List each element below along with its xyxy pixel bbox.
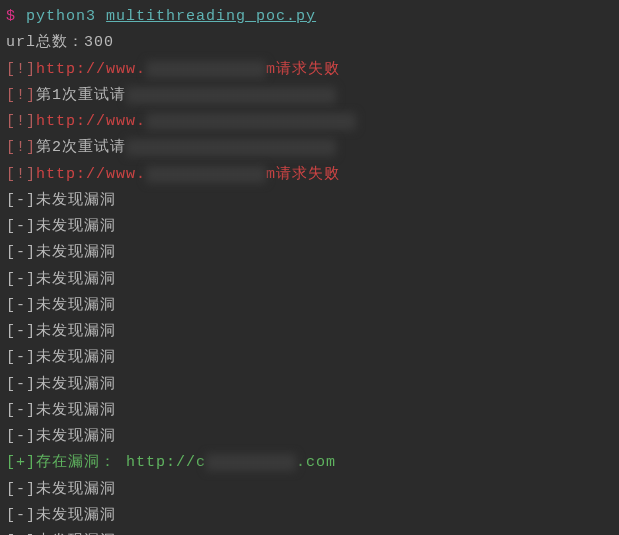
- vuln-found-line: [+]存在漏洞： http://cxxxxxxxxx.com: [6, 450, 613, 476]
- neutral-bracket: [-]: [6, 428, 36, 445]
- neutral-bracket: [-]: [6, 349, 36, 366]
- vuln-url-prefix: http://c: [116, 454, 206, 471]
- error-bracket: [!]: [6, 166, 36, 183]
- novuln-text: 未发现漏洞: [36, 244, 116, 261]
- neutral-bracket: [-]: [6, 192, 36, 209]
- novuln-text: 未发现漏洞: [36, 349, 116, 366]
- neutral-bracket: [-]: [6, 402, 36, 419]
- retry-text: 第1次重试请: [36, 87, 126, 104]
- novuln-line: [-]未发现漏洞: [6, 293, 613, 319]
- novuln-line: [-]未发现漏洞: [6, 188, 613, 214]
- novuln-text: 未发现漏洞: [36, 507, 116, 524]
- url-count-value: 300: [84, 34, 114, 51]
- error-bracket: [!]: [6, 87, 36, 104]
- error-bracket: [!]: [6, 61, 36, 78]
- prompt-line: $ python3 multithreading_poc.py: [6, 4, 613, 30]
- neutral-bracket: [-]: [6, 218, 36, 235]
- retry-text: 第2次重试请: [36, 139, 126, 156]
- neutral-bracket: [-]: [6, 244, 36, 261]
- novuln-text: 未发现漏洞: [36, 271, 116, 288]
- error-line: [!]http://www.xxxxxxxxxxxxm请求失败: [6, 162, 613, 188]
- url-count-label: url总数：: [6, 34, 84, 51]
- prompt-command: python3 multithreading_poc.py: [16, 8, 316, 25]
- neutral-bracket: [-]: [6, 323, 36, 340]
- error-line: [!]http://www.xxxxxxxxxxxxxxxxxxxxm: [6, 109, 613, 135]
- redacted-text: xxxxxxxxxxxxxxxxxxxxm: [146, 113, 356, 130]
- error-url-prefix: http://www.: [36, 61, 146, 78]
- retry-line: [!]第1次重试请xxxxxxxxxxxxxxxxxxxxx: [6, 83, 613, 109]
- novuln-line: [-]未发现漏洞: [6, 319, 613, 345]
- novuln-line: [-]未发现漏洞: [6, 477, 613, 503]
- error-suffix: m请求失败: [266, 166, 340, 183]
- novuln-text: 未发现漏洞: [36, 297, 116, 314]
- novuln-line: [-]未发现漏洞: [6, 345, 613, 371]
- novuln-text: 未发现漏洞: [36, 192, 116, 209]
- novuln-line: [-]未发现漏洞: [6, 398, 613, 424]
- neutral-bracket: [-]: [6, 481, 36, 498]
- novuln-text: 未发现漏洞: [36, 481, 116, 498]
- error-line: [!]http://www.xxxxxxxxxxxxm请求失败: [6, 57, 613, 83]
- error-bracket: [!]: [6, 113, 36, 130]
- retry-line: [!]第2次重试请xxxxxxxxxxxxxxxxxxxxx: [6, 135, 613, 161]
- novuln-line: [-]未发现漏洞: [6, 424, 613, 450]
- neutral-bracket: [-]: [6, 376, 36, 393]
- novuln-text: 未发现漏洞: [36, 218, 116, 235]
- redacted-text: xxxxxxxxxxxxxxxxxxxxx: [126, 87, 336, 104]
- redacted-text: xxxxxxxxx: [206, 454, 296, 471]
- redacted-text: xxxxxxxxxxxx: [146, 166, 266, 183]
- neutral-bracket: [-]: [6, 507, 36, 524]
- novuln-text: 未发现漏洞: [36, 402, 116, 419]
- vuln-url-suffix: .com: [296, 454, 336, 471]
- error-url-prefix: http://www.: [36, 166, 146, 183]
- redacted-text: xxxxxxxxxxxxxxxxxxxxx: [126, 139, 336, 156]
- error-bracket: [!]: [6, 139, 36, 156]
- novuln-line: [-]未发现漏洞: [6, 267, 613, 293]
- neutral-bracket: [-]: [6, 297, 36, 314]
- novuln-text: 未发现漏洞: [36, 323, 116, 340]
- novuln-text: 未发现漏洞: [36, 428, 116, 445]
- prompt-symbol: $: [6, 8, 16, 25]
- vuln-text: 存在漏洞：: [36, 454, 116, 471]
- neutral-bracket: [-]: [6, 271, 36, 288]
- success-bracket: [+]: [6, 454, 36, 471]
- redacted-text: xxxxxxxxxxxx: [146, 61, 266, 78]
- novuln-line: [-]未发现漏洞: [6, 529, 613, 535]
- url-count-line: url总数：300: [6, 30, 613, 56]
- novuln-text: 未发现漏洞: [36, 376, 116, 393]
- novuln-line: [-]未发现漏洞: [6, 214, 613, 240]
- error-suffix: m请求失败: [266, 61, 340, 78]
- error-url-prefix: http://www.: [36, 113, 146, 130]
- script-name: multithreading_poc.py: [106, 8, 316, 25]
- novuln-line: [-]未发现漏洞: [6, 503, 613, 529]
- novuln-line: [-]未发现漏洞: [6, 372, 613, 398]
- novuln-line: [-]未发现漏洞: [6, 240, 613, 266]
